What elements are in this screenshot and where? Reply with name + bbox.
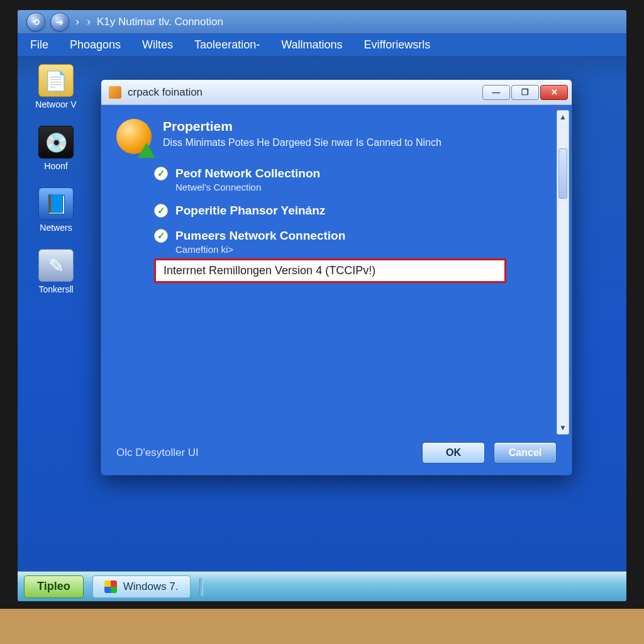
folder-icon: 📄 bbox=[38, 64, 74, 97]
install-link[interactable]: Olc D'esytoller UI bbox=[116, 447, 199, 459]
dialog-section-subtitle: Diss Minimats Potes He Dargeed Sie nwar … bbox=[163, 136, 441, 149]
check-icon: ✓ bbox=[154, 229, 168, 243]
maximize-button[interactable]: ❐ bbox=[511, 85, 539, 100]
network-item[interactable]: ✓ Pumeers Network Connection Cameftion k… bbox=[154, 229, 557, 255]
taskbar-separator bbox=[199, 578, 203, 596]
network-item-sub: Netwel's Connection bbox=[175, 182, 557, 192]
nav-forward-button[interactable]: ➜ bbox=[50, 13, 69, 31]
menu-file[interactable]: File bbox=[30, 38, 48, 52]
device-icon: 💿 bbox=[38, 126, 74, 158]
dialog-titlebar[interactable]: crpack foination — ❐ ✕ bbox=[101, 80, 572, 105]
scroll-track[interactable] bbox=[557, 123, 569, 421]
breadcrumb-chevron-icon: › bbox=[74, 15, 80, 28]
lock-download-icon bbox=[116, 119, 152, 154]
network-item-sub: Cameftion ki> bbox=[175, 244, 557, 255]
dialog-body: Propertiem Diss Minimats Potes He Dargee… bbox=[101, 105, 572, 475]
scroll-up-arrow-icon[interactable]: ▲ bbox=[557, 111, 569, 123]
menu-item-6[interactable]: Evifforiewsrls bbox=[364, 38, 431, 52]
menu-item-3[interactable]: Wiltes bbox=[142, 38, 173, 52]
desktop-icon-label: Netwers bbox=[40, 223, 72, 233]
breadcrumb-chevron-icon: › bbox=[86, 15, 92, 28]
check-icon: ✓ bbox=[154, 204, 168, 218]
menu-bar: File Phoagons Wiltes Taoleeration- Wallm… bbox=[18, 34, 626, 57]
scroll-down-arrow-icon[interactable]: ▼ bbox=[557, 421, 569, 434]
desktop-screen: ⟲ ➜ › › K1y Nutimar tlv. Connotion File … bbox=[18, 10, 626, 601]
network-item[interactable]: ✓ Peof Network Collectinon Netwel's Conn… bbox=[154, 167, 557, 192]
network-item-title: Poperitie Phansor Yeinánz bbox=[175, 204, 325, 218]
desktop-icon-network[interactable]: 📄 Netwoor V bbox=[35, 64, 76, 109]
desktop-icon-label: Tonkersll bbox=[38, 284, 73, 294]
explorer-address-bar: ⟲ ➜ › › K1y Nutimar tlv. Connotion bbox=[18, 10, 626, 34]
dialog-title: crpack foination bbox=[128, 86, 203, 99]
dialog-app-icon bbox=[109, 86, 121, 99]
check-icon: ✓ bbox=[154, 167, 168, 180]
tcpip-v4-item-highlighted[interactable]: Interrnet Remillongen Version 4 (TCCIPv!… bbox=[154, 258, 506, 283]
menu-item-5[interactable]: Wallmations bbox=[281, 38, 342, 52]
taskbar-app-button[interactable]: Windows 7. bbox=[92, 575, 191, 598]
desktop-icon-netwers[interactable]: 📘 Netwers bbox=[38, 187, 74, 233]
dialog-scrollbar[interactable]: ▲ ▼ bbox=[557, 110, 569, 435]
breadcrumb-path[interactable]: K1y Nutimar tlv. Connotion bbox=[97, 16, 223, 28]
desktop-icon-column: 📄 Netwoor V 💿 Hoonf 📘 Netwers ✎ Tonkersl… bbox=[21, 64, 91, 294]
desktop-icon-tonkers[interactable]: ✎ Tonkersll bbox=[38, 249, 74, 294]
nav-back-button[interactable]: ⟲ bbox=[26, 13, 45, 31]
taskbar-app-label: Windows 7. bbox=[123, 580, 179, 593]
folder-icon: 📘 bbox=[38, 187, 74, 220]
taskbar: Tipleo Windows 7. bbox=[18, 571, 626, 601]
ok-button[interactable]: OK bbox=[422, 442, 485, 464]
dialog-section-title: Propertiem bbox=[163, 119, 441, 134]
physical-desk-surface bbox=[0, 609, 644, 644]
desktop-icon-hoonf[interactable]: 💿 Hoonf bbox=[38, 126, 74, 171]
tool-icon: ✎ bbox=[38, 249, 74, 282]
network-item-title: Peof Network Collectinon bbox=[175, 167, 320, 180]
menu-item-4[interactable]: Taoleeration- bbox=[194, 38, 260, 52]
network-item-title: Pumeers Network Connection bbox=[175, 229, 345, 243]
windows-logo-icon bbox=[104, 580, 117, 593]
desktop-icon-label: Hoonf bbox=[44, 161, 67, 171]
start-button[interactable]: Tipleo bbox=[24, 575, 84, 598]
network-items-list: ✓ Peof Network Collectinon Netwel's Conn… bbox=[154, 167, 557, 255]
menu-item-2[interactable]: Phoagons bbox=[70, 38, 121, 52]
properties-dialog: crpack foination — ❐ ✕ Propertiem Diss M… bbox=[101, 79, 572, 475]
minimize-button[interactable]: — bbox=[482, 85, 510, 100]
desktop-icon-label: Netwoor V bbox=[35, 99, 76, 109]
network-item[interactable]: ✓ Poperitie Phansor Yeinánz bbox=[154, 204, 557, 218]
close-button[interactable]: ✕ bbox=[540, 85, 568, 100]
cancel-button[interactable]: Cancel bbox=[494, 442, 557, 464]
scroll-thumb[interactable] bbox=[558, 148, 567, 199]
